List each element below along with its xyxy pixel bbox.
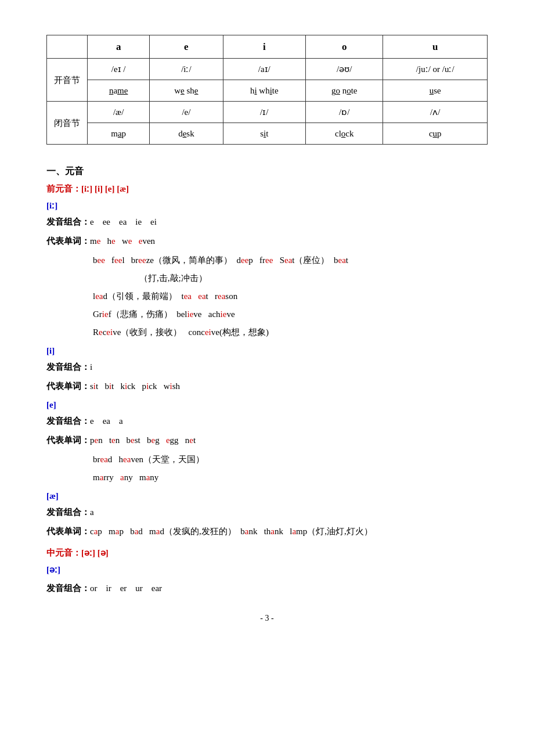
example-ii-1b: （打,击,敲;冲击） <box>139 271 488 286</box>
phoneme-i-label: [i] <box>46 346 488 356</box>
table-header-a: a <box>88 35 150 59</box>
open-i-phoneme: /aɪ/ <box>223 59 306 80</box>
representative-ae: 代表单词：cap map bad mad（发疯的,发狂的） bank thank… <box>46 524 488 539</box>
open-o-example: go note <box>306 80 383 102</box>
closed-u-phoneme: /ʌ/ <box>383 102 488 123</box>
example-e-2: marry any many <box>93 470 488 485</box>
pronunciation-ae: 发音组合：a <box>46 505 488 520</box>
table-header-empty <box>47 35 88 59</box>
representative-ii: 代表单词：me he we even <box>46 233 488 249</box>
table-header-u: u <box>383 35 488 59</box>
open-a-phoneme: /eɪ / <box>88 59 150 80</box>
closed-u-example: cup <box>383 123 488 145</box>
open-e-example: we she <box>150 80 223 102</box>
open-a-example: name <box>88 80 150 102</box>
representative-i: 代表单词：sit bit kick pick wish <box>46 379 488 394</box>
page-number: - 3 - <box>46 614 488 623</box>
closed-o-phoneme: /ɒ/ <box>306 102 383 123</box>
example-ii-3: Grief（悲痛，伤痛） believe achieve <box>93 307 488 322</box>
mid-vowels-heading: 中元音：[əː] [ə] <box>46 548 488 559</box>
closed-o-example: clock <box>306 123 383 145</box>
pronunciation-e: 发音组合：e ea a <box>46 413 488 429</box>
phoneme-ii-label: [iː] <box>46 200 488 211</box>
open-u-example: use <box>383 80 488 102</box>
open-syllable-label: 开音节 <box>47 59 88 102</box>
closed-i-example: sit <box>223 123 306 145</box>
closed-i-phoneme: /ɪ/ <box>223 102 306 123</box>
section-one-title: 一、元音 <box>46 165 488 178</box>
open-e-phoneme: /iː/ <box>150 59 223 80</box>
example-ii-2: lead（引领，最前端） tea eat reason <box>93 289 488 304</box>
closed-syllable-label: 闭音节 <box>47 102 88 145</box>
closed-e-phoneme: /e/ <box>150 102 223 123</box>
section-one: 一、元音 前元音：[iː] [i] [e] [æ] [iː] 发音组合：e ee… <box>46 165 488 596</box>
table-header-e: e <box>150 35 223 59</box>
table-header-o: o <box>306 35 383 59</box>
pronunciation-ii: 发音组合：e ee ea ie ei <box>46 214 488 230</box>
table-header-i: i <box>223 35 306 59</box>
phoneme-e-label: [e] <box>46 400 488 410</box>
open-o-phoneme: /əʊ/ <box>306 59 383 80</box>
front-vowels-heading: 前元音：[iː] [i] [e] [æ] <box>46 183 488 195</box>
pronunciation-i: 发音组合：i <box>46 359 488 375</box>
example-ii-1: bee feel breeze（微风，简单的事） deep free Seat（… <box>93 253 488 268</box>
phoneme-ae-label: [æ] <box>46 491 488 501</box>
phoneme-schwa-long-label: [əː] <box>46 564 488 575</box>
example-e-1: bread heaven（天堂，天国） <box>93 452 488 467</box>
example-ii-4: Receive（收到，接收） conceive(构想，想象) <box>93 325 488 340</box>
open-i-example: hi white <box>223 80 306 102</box>
closed-e-example: desk <box>150 123 223 145</box>
open-u-phoneme: /juː/ or /uː/ <box>383 59 488 80</box>
closed-a-example: map <box>88 123 150 145</box>
pronunciation-schwa-long: 发音组合：or ir er ur ear <box>46 581 488 596</box>
closed-a-phoneme: /æ/ <box>88 102 150 123</box>
phonics-table: a e i o u 开音节 /eɪ / /iː/ /aɪ/ /əʊ/ /juː/… <box>46 35 488 145</box>
representative-e: 代表单词：pen ten best beg egg net <box>46 433 488 448</box>
